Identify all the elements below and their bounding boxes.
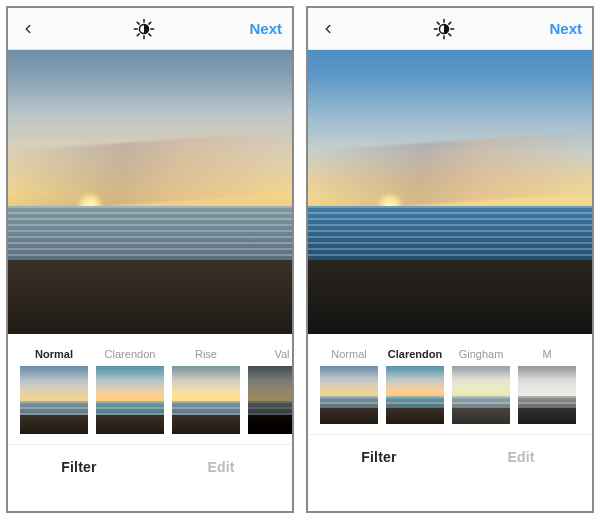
svg-line-4 — [137, 22, 139, 24]
lux-button[interactable] — [132, 17, 156, 41]
filter-item-rise[interactable]: Rise — [172, 348, 240, 434]
photo-sand — [8, 260, 292, 334]
header: Next — [308, 8, 592, 50]
photo-preview[interactable] — [8, 50, 292, 334]
filter-thumb — [172, 366, 240, 434]
filter-label: Rise — [172, 348, 240, 360]
svg-line-16 — [449, 22, 451, 24]
header: Next — [8, 8, 292, 50]
filter-label: M — [518, 348, 576, 360]
next-button[interactable]: Next — [249, 20, 282, 37]
svg-line-13 — [437, 22, 439, 24]
filter-area: Normal Clarendon Gingham M — [308, 334, 592, 511]
filter-thumb — [96, 366, 164, 434]
filter-thumb — [248, 366, 292, 434]
filter-item-clarendon[interactable]: Clarendon — [386, 348, 444, 424]
phone-screen-right: Next Normal Clarendon Gingham — [306, 6, 594, 513]
filter-item-clarendon[interactable]: Clarendon — [96, 348, 164, 434]
svg-line-7 — [149, 22, 151, 24]
lux-button[interactable] — [432, 17, 456, 41]
filter-item-partial[interactable]: Val — [248, 348, 292, 434]
filter-thumb — [320, 366, 378, 424]
filter-label: Gingham — [452, 348, 510, 360]
sun-contrast-icon — [133, 18, 155, 40]
filter-label: Val — [248, 348, 292, 360]
filter-thumb — [20, 366, 88, 434]
svg-line-14 — [449, 33, 451, 35]
svg-line-5 — [149, 33, 151, 35]
tab-filter[interactable]: Filter — [308, 435, 450, 478]
chevron-left-icon — [321, 22, 335, 36]
chevron-left-icon — [21, 22, 35, 36]
filter-strip[interactable]: Normal Clarendon Rise Val — [8, 334, 292, 444]
photo-preview[interactable] — [308, 50, 592, 334]
filter-label: Clarendon — [96, 348, 164, 360]
filter-item-normal[interactable]: Normal — [320, 348, 378, 424]
filter-strip[interactable]: Normal Clarendon Gingham M — [308, 334, 592, 434]
bottom-tabs: Filter Edit — [308, 434, 592, 478]
photo-sand — [308, 260, 592, 334]
filter-label: Normal — [20, 348, 88, 360]
filter-label: Clarendon — [386, 348, 444, 360]
filter-thumb — [452, 366, 510, 424]
filter-label: Normal — [320, 348, 378, 360]
bottom-tabs: Filter Edit — [8, 444, 292, 488]
phone-screen-left: Next Normal Clarendon Rise — [6, 6, 294, 513]
tab-edit[interactable]: Edit — [150, 445, 292, 488]
sun-contrast-icon — [433, 18, 455, 40]
filter-thumb — [386, 366, 444, 424]
svg-line-15 — [437, 33, 439, 35]
filter-item-normal[interactable]: Normal — [20, 348, 88, 434]
back-button[interactable] — [318, 19, 338, 39]
filter-item-partial[interactable]: M — [518, 348, 576, 424]
filter-area: Normal Clarendon Rise Val — [8, 334, 292, 511]
next-button[interactable]: Next — [549, 20, 582, 37]
svg-line-6 — [137, 33, 139, 35]
tab-edit[interactable]: Edit — [450, 435, 592, 478]
filter-thumb — [518, 366, 576, 424]
filter-item-gingham[interactable]: Gingham — [452, 348, 510, 424]
back-button[interactable] — [18, 19, 38, 39]
tab-filter[interactable]: Filter — [8, 445, 150, 488]
